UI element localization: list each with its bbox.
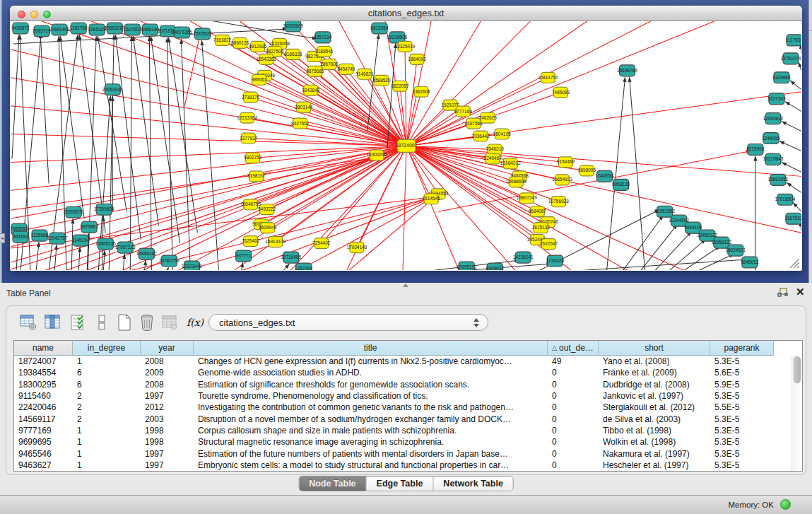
column-header-year[interactable]: year (141, 341, 194, 356)
graph-node[interactable]: 20053346 (102, 84, 123, 95)
table-row[interactable]: 1456911722003Disruption of a novel membe… (14, 414, 792, 425)
graph-node[interactable]: 8454749 (337, 64, 355, 74)
table-row[interactable]: 977716911998Corpus callosum shape and si… (14, 425, 792, 436)
graph-node[interactable]: 9242848 (302, 85, 320, 95)
column-visibility-icon[interactable] (43, 313, 61, 332)
graph-node[interactable]: 7163822 (213, 35, 232, 45)
graph-node[interactable]: 8357224 (314, 32, 332, 43)
graph-node[interactable]: 9777169 (454, 106, 472, 117)
graph-node[interactable]: 1514545 (422, 194, 440, 204)
graph-node[interactable]: 10814750 (538, 72, 558, 83)
graph-node[interactable]: 9875685 (306, 66, 324, 76)
graph-node[interactable]: 7254402 (312, 238, 331, 249)
graph-node[interactable]: 10756928 (548, 197, 569, 207)
graph-node[interactable]: 16648784 (617, 65, 637, 76)
graph-node[interactable]: 13164212 (500, 158, 521, 169)
graph-node[interactable]: 17359924 (94, 204, 114, 215)
graph-node[interactable]: 1604195 (493, 129, 512, 139)
tab-edge-table[interactable]: Edge Table (367, 477, 434, 491)
graph-node[interactable]: 1244415 (762, 133, 780, 144)
new-table-icon[interactable] (115, 313, 134, 332)
table-row[interactable]: 1830029562008Estimation of significance … (14, 379, 792, 390)
graph-node[interactable]: 9329966 (772, 72, 791, 83)
graph-node[interactable]: 1145194 (72, 235, 90, 246)
graph-node[interactable]: 2522547 (540, 239, 558, 250)
graph-node[interactable]: 391593 (13, 231, 28, 243)
table-select-dropdown[interactable]: citations_edges.txt (208, 314, 488, 331)
column-header-out_de[interactable]: △out_de… (548, 341, 599, 356)
graph-node[interactable]: 10653287 (105, 23, 125, 34)
graph-node[interactable]: 1117530 (786, 35, 801, 46)
graph-node[interactable]: 14671355 (172, 27, 192, 38)
network-window-titlebar[interactable]: citations_edges.txt (10, 6, 802, 21)
graph-node[interactable]: 9684067 (529, 206, 547, 217)
resize-grip-icon[interactable] (787, 256, 800, 269)
column-header-pagerank[interactable]: pagerank (710, 341, 774, 356)
graph-node[interactable]: 8427552 (291, 118, 310, 129)
table-scrollbar[interactable] (792, 356, 801, 471)
graph-node[interactable]: 2083719 (33, 25, 51, 37)
table-row[interactable]: 1872400712008Changes of HCN gene express… (14, 356, 792, 367)
graph-node[interactable]: 9146821 (355, 69, 374, 79)
graph-node[interactable]: 1167533 (785, 213, 801, 224)
tab-node-table[interactable]: Node Table (299, 477, 366, 491)
graph-node[interactable]: 16958167 (136, 248, 157, 259)
function-builder-icon[interactable]: f(x) (186, 313, 204, 332)
graph-node[interactable]: 16782759 (159, 255, 180, 267)
table-row[interactable]: 1938455462009Genome-wide association stu… (14, 367, 792, 378)
graph-node[interactable]: 8198107 (247, 171, 266, 182)
graph-node[interactable]: 12093832 (763, 113, 783, 124)
graph-node[interactable]: 1115686 (31, 230, 49, 241)
graph-node[interactable]: 2803144 (295, 102, 313, 112)
graph-node[interactable]: 16210643 (763, 153, 783, 165)
graph-node[interactable]: 15751074 (781, 53, 801, 64)
graph-node[interactable]: 1864093 (408, 54, 426, 64)
citation-network-graph[interactable]: 9435572208371920691406115276010653291065… (11, 21, 801, 270)
graph-node[interactable]: 1065329 (88, 24, 107, 35)
graph-node[interactable]: 1362608 (412, 86, 430, 97)
float-panel-icon[interactable] (777, 288, 789, 298)
delete-table-icon[interactable] (138, 313, 156, 332)
graph-node[interactable]: 9898995 (578, 165, 596, 176)
select-rows-icon[interactable] (69, 313, 87, 332)
splitter-collapse-arrow[interactable] (403, 284, 408, 287)
graph-node[interactable]: 17016504 (775, 194, 795, 205)
graph-node[interactable]: 12923446 (182, 261, 202, 270)
graph-node[interactable]: 12213364 (237, 112, 257, 123)
graph-node[interactable]: 12942757 (47, 233, 68, 244)
graph-node[interactable]: 1588520 (372, 75, 391, 86)
graph-node[interactable]: 9609949 (259, 223, 277, 233)
graph-node[interactable]: 2188546 (315, 46, 334, 57)
graph-node[interactable]: 1152760 (70, 23, 88, 34)
close-panel-icon[interactable]: ✕ (796, 286, 805, 298)
merge-columns-icon[interactable] (93, 313, 111, 332)
graph-node[interactable]: 9958128 (612, 179, 630, 190)
graph-node[interactable]: 8186328 (284, 49, 302, 59)
graph-node[interactable]: 18024531 (725, 245, 746, 256)
graph-node[interactable]: 1527602 (124, 24, 142, 35)
node-table[interactable]: namein_degreeyeartitle△out_de…shortpager… (13, 340, 803, 472)
graph-node[interactable]: 6466140 (141, 24, 160, 35)
graph-node[interactable]: 16914479 (265, 237, 286, 247)
graph-node[interactable]: 16654923 (552, 175, 572, 185)
graph-node[interactable]: 5493222 (258, 204, 276, 215)
graph-node[interactable]: 7485083 (552, 87, 570, 98)
graph-node[interactable]: 17034148 (346, 243, 367, 253)
network-window[interactable]: citations_edges.txt 94355722083719206914… (10, 6, 802, 271)
graph-node[interactable]: 8912935 (249, 41, 267, 52)
table-row[interactable]: 2242004622012Investigating the contribut… (14, 402, 792, 413)
graph-node[interactable]: 14136141 (513, 252, 534, 263)
table-settings-icon[interactable] (19, 313, 37, 332)
graph-node[interactable]: 9154469 (557, 157, 575, 168)
graph-node[interactable]: 9975887 (81, 221, 99, 233)
table-type-segmented-control[interactable]: Node TableEdge TableNetwork Table (298, 476, 514, 491)
graph-node[interactable]: 1377937 (240, 133, 258, 144)
graph-node[interactable]: 2036442 (472, 131, 490, 141)
graph-node[interactable]: 7515520 (194, 28, 212, 40)
graph-node[interactable]: 8813054 (370, 23, 389, 34)
graph-node[interactable]: 10995112 (457, 262, 477, 270)
graph-node[interactable]: 989061 (252, 74, 267, 85)
graph-node[interactable]: 20206576 (64, 206, 84, 218)
graph-node[interactable]: 13505135 (95, 238, 116, 250)
graph-node[interactable]: 1733426 (546, 255, 565, 267)
